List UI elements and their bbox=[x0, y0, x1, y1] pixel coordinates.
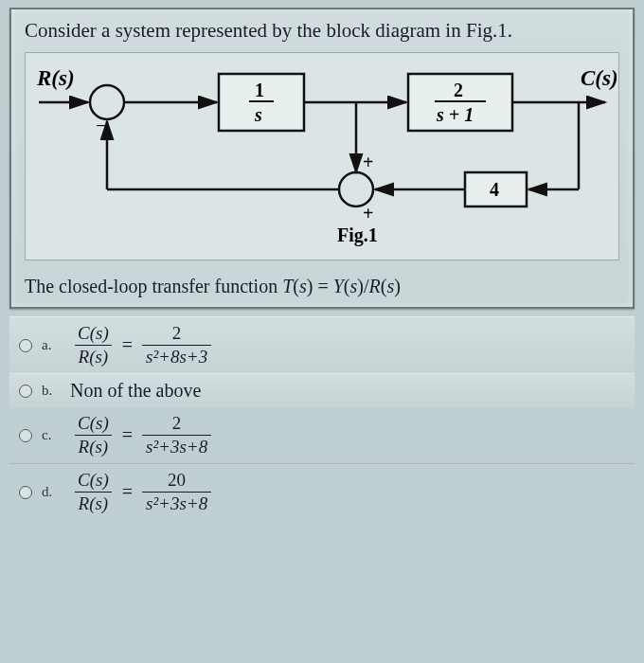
sum1-minus-sign: − bbox=[96, 114, 107, 137]
block1-den: s bbox=[254, 104, 262, 125]
block2-den: s + 1 bbox=[436, 104, 474, 125]
block-diagram: R(s) − 1 s 2 s + 1 C(s) bbox=[25, 52, 619, 260]
option-a-lhs: C(s) R(s) bbox=[74, 323, 113, 367]
option-a[interactable]: a. C(s) R(s) = 2 s²+8s+3 bbox=[9, 316, 635, 373]
radio-b[interactable] bbox=[19, 385, 32, 398]
option-d-rhs: 20 s²+3s+8 bbox=[142, 470, 211, 514]
block2-num: 2 bbox=[454, 80, 463, 100]
option-d-lhs: C(s) R(s) bbox=[74, 470, 113, 514]
radio-a[interactable] bbox=[19, 339, 32, 352]
output-label: C(s) bbox=[581, 66, 617, 90]
radio-d[interactable] bbox=[19, 486, 32, 499]
option-b[interactable]: b. Non of the above bbox=[9, 373, 635, 407]
option-d[interactable]: d. C(s) R(s) = 20 s²+3s+8 bbox=[9, 463, 635, 520]
option-a-rhs: 2 s²+8s+3 bbox=[142, 323, 211, 367]
sum2-plus-bottom: + bbox=[363, 203, 373, 224]
sub-question: The closed-loop transfer function T(s) =… bbox=[11, 268, 633, 307]
option-letter-d: d. bbox=[42, 484, 57, 500]
question-card: Consider a system represented by the blo… bbox=[9, 8, 635, 309]
question-text: Consider a system represented by the blo… bbox=[11, 9, 633, 48]
equals-sign: = bbox=[122, 334, 133, 356]
summing-junction-2 bbox=[339, 172, 373, 206]
option-b-text: Non of the above bbox=[70, 380, 201, 402]
options-list: a. C(s) R(s) = 2 s²+8s+3 b. Non of the a… bbox=[9, 316, 635, 520]
option-c-lhs: C(s) R(s) bbox=[74, 413, 113, 457]
figure-caption: Fig.1 bbox=[337, 224, 378, 246]
block-diagram-svg: R(s) − 1 s 2 s + 1 C(s) bbox=[29, 57, 617, 256]
option-letter-a: a. bbox=[42, 337, 57, 353]
equals-sign: = bbox=[122, 424, 133, 446]
option-letter-c: c. bbox=[42, 427, 57, 443]
block3-text: 4 bbox=[490, 179, 499, 200]
option-c[interactable]: c. C(s) R(s) = 2 s²+3s+8 bbox=[9, 407, 635, 463]
input-label: R(s) bbox=[36, 66, 75, 90]
option-letter-b: b. bbox=[42, 383, 57, 399]
sum2-plus-top: + bbox=[363, 152, 373, 172]
equals-sign: = bbox=[122, 481, 133, 503]
block1-num: 1 bbox=[255, 80, 264, 100]
option-c-rhs: 2 s²+3s+8 bbox=[142, 413, 211, 457]
radio-c[interactable] bbox=[19, 429, 32, 442]
